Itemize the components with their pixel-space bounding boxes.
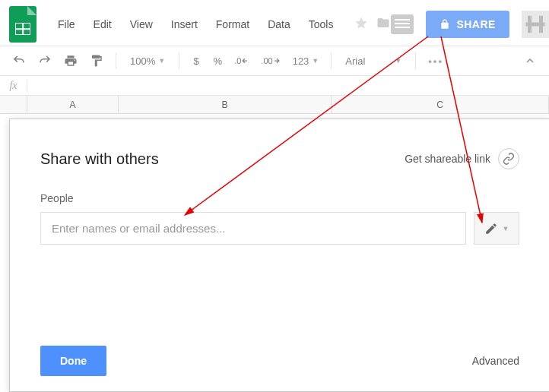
- menu-data[interactable]: Data: [260, 15, 298, 33]
- menu-format[interactable]: Format: [208, 15, 257, 33]
- get-shareable-link-button[interactable]: Get shareable link: [405, 148, 519, 169]
- format-currency-button[interactable]: $: [187, 52, 205, 70]
- menu-view[interactable]: View: [122, 15, 160, 33]
- undo-button[interactable]: [8, 51, 30, 71]
- menu-tools[interactable]: Tools: [301, 15, 341, 33]
- menu-file[interactable]: File: [50, 15, 83, 33]
- chevron-down-icon: ▼: [395, 57, 401, 65]
- chevron-down-icon: ▼: [312, 57, 319, 65]
- people-label: People: [40, 192, 519, 204]
- account-avatar[interactable]: [522, 11, 549, 38]
- toolbar-more-button[interactable]: •••: [424, 52, 448, 70]
- print-button[interactable]: [59, 51, 82, 71]
- svg-rect-2: [525, 23, 544, 27]
- number-format-select[interactable]: 123 ▼: [288, 52, 324, 70]
- star-icon[interactable]: [354, 16, 368, 33]
- menubar: File Edit View Insert Format Data Tools: [50, 15, 341, 33]
- collapse-toolbar-button[interactable]: [519, 49, 541, 72]
- sheets-logo-icon[interactable]: [9, 6, 36, 43]
- share-button-label: SHARE: [456, 18, 496, 30]
- link-icon: [498, 148, 519, 169]
- doc-title-icons: [354, 16, 391, 33]
- toolbar-separator: [331, 52, 332, 69]
- menu-insert[interactable]: Insert: [163, 15, 205, 33]
- font-family-select[interactable]: Arial ▼: [339, 52, 408, 70]
- column-header-a[interactable]: A: [27, 96, 119, 113]
- paint-format-button[interactable]: [85, 51, 108, 71]
- format-percent-button[interactable]: %: [208, 52, 227, 70]
- sheet-area[interactable]: Share with others Get shareable link Peo…: [0, 114, 549, 392]
- get-shareable-link-label: Get shareable link: [405, 153, 490, 165]
- column-header-c[interactable]: C: [332, 96, 549, 113]
- zoom-value: 100%: [130, 55, 155, 67]
- toolbar: 100% ▼ $ % .0 .00 123 ▼ Arial ▼ •••: [0, 46, 549, 76]
- folder-icon[interactable]: [376, 16, 391, 33]
- font-family-value: Arial: [345, 55, 365, 67]
- chevron-down-icon: ▼: [158, 57, 165, 65]
- select-all-corner[interactable]: [0, 96, 27, 113]
- decrease-decimal-button[interactable]: .0: [230, 53, 253, 68]
- dialog-title: Share with others: [40, 150, 159, 168]
- comments-icon[interactable]: [391, 14, 414, 34]
- formula-bar: fx: [0, 76, 549, 96]
- people-input[interactable]: [40, 212, 466, 245]
- share-button[interactable]: SHARE: [426, 11, 509, 38]
- increase-decimal-button[interactable]: .00: [256, 53, 284, 68]
- toolbar-separator: [415, 52, 416, 69]
- fx-icon: fx: [0, 80, 27, 92]
- toolbar-separator: [179, 52, 179, 69]
- header-actions: SHARE: [391, 11, 549, 38]
- app-header: File Edit View Insert Format Data Tools …: [0, 0, 549, 46]
- formula-input[interactable]: [27, 76, 549, 95]
- chevron-down-icon: ▼: [503, 225, 509, 232]
- redo-button[interactable]: [33, 51, 56, 71]
- menu-edit[interactable]: Edit: [86, 15, 119, 33]
- advanced-link[interactable]: Advanced: [472, 355, 519, 367]
- share-dialog: Share with others Get shareable link Peo…: [9, 119, 549, 392]
- column-header-b[interactable]: B: [119, 96, 332, 113]
- permission-level-button[interactable]: ▼: [474, 212, 519, 245]
- avatar-placeholder-icon: [524, 13, 547, 36]
- done-button[interactable]: Done: [40, 346, 106, 376]
- zoom-select[interactable]: 100% ▼: [124, 52, 171, 70]
- lock-icon: [440, 18, 450, 30]
- column-headers: A B C: [0, 96, 549, 114]
- toolbar-separator: [116, 52, 116, 69]
- pencil-icon: [484, 222, 498, 236]
